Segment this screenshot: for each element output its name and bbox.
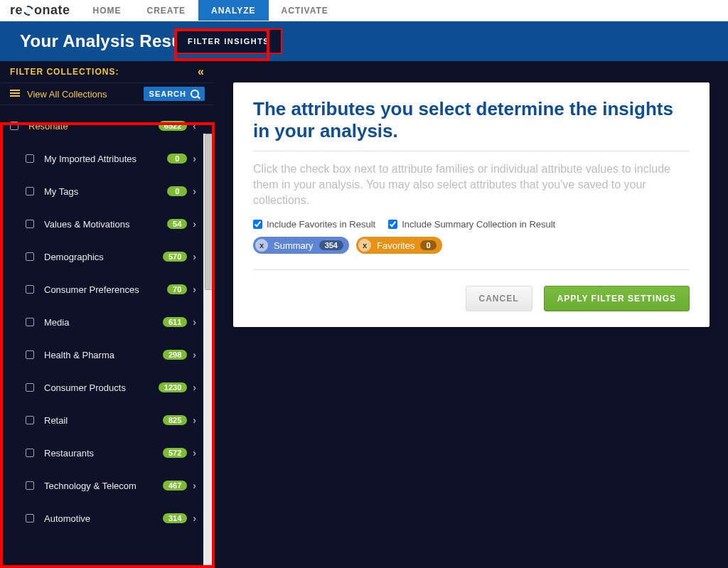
tree-node[interactable]: My Imported Attributes 0 › — [0, 142, 203, 175]
tree-node[interactable]: My Tags 0 › — [0, 175, 203, 208]
checkbox[interactable] — [26, 350, 34, 359]
divider — [253, 269, 690, 270]
tree-node-label: Media — [44, 317, 163, 328]
checkbox[interactable] — [26, 449, 34, 457]
count-badge: 825 — [163, 415, 187, 425]
filter-panel-card: The attributes you select determine the … — [233, 82, 710, 327]
tree-node[interactable]: Retail 825 › — [0, 404, 203, 436]
chevron-right-icon: › — [193, 218, 196, 230]
chip-count: 0 — [420, 240, 436, 250]
include-summary-input[interactable] — [388, 220, 397, 229]
tree-node-label: Automotive — [44, 513, 163, 524]
tree-root-label: Resonate — [28, 121, 159, 132]
cancel-button[interactable]: CANCEL — [466, 286, 532, 311]
checkbox[interactable] — [10, 122, 18, 130]
collapse-sidebar-icon[interactable]: « — [198, 65, 205, 78]
chevron-right-icon: › — [193, 447, 196, 459]
panel-actions: CANCEL APPLY FILTER SETTINGS — [253, 286, 690, 311]
chevron-right-icon: › — [193, 186, 196, 197]
list-icon — [10, 90, 20, 98]
tree-node[interactable]: Technology & Telecom 467 › — [0, 469, 203, 502]
tree-node-label: Technology & Telecom — [44, 481, 163, 491]
checkbox[interactable] — [26, 220, 34, 228]
tree-node-label: Values & Motivations — [44, 219, 167, 230]
tree-root-resonate[interactable]: Resonate 6522 ‹ — [0, 109, 203, 142]
tree-node[interactable]: Values & Motivations 54 › — [0, 208, 203, 240]
tree-node[interactable]: Consumer Products 1230 › — [0, 371, 203, 404]
checkbox[interactable] — [26, 318, 34, 326]
search-button[interactable]: SEARCH — [144, 87, 205, 101]
brand-pre: re — [10, 3, 23, 18]
include-favorites-input[interactable] — [253, 220, 262, 229]
brand-post: onate — [34, 3, 70, 18]
checkbox[interactable] — [26, 154, 34, 163]
checkbox[interactable] — [26, 514, 34, 523]
tree-node-label: My Imported Attributes — [44, 154, 167, 164]
tree-node-label: Consumer Products — [44, 382, 159, 393]
checkbox[interactable] — [26, 416, 34, 424]
sidebar-header: FILTER COLLECTIONS: « — [0, 61, 215, 82]
chip-remove-icon[interactable]: x — [358, 239, 371, 252]
collections-tree: Resonate 6522 ‹ My Imported Attributes 0… — [0, 105, 215, 568]
nav-activate[interactable]: ACTIVATE — [269, 0, 341, 21]
nav-create[interactable]: CREATE — [134, 0, 198, 21]
tree-node-label: Health & Pharma — [44, 350, 163, 360]
count-badge: 1230 — [159, 382, 187, 392]
tree-node-label: Consumer Preferences — [44, 284, 167, 295]
include-summary-checkbox[interactable]: Include Summary Collection in Result — [388, 219, 555, 230]
count-badge: 6522 — [159, 121, 187, 131]
chip-name: Summary — [274, 240, 314, 251]
tree-node[interactable]: Automotive 314 › — [0, 502, 203, 535]
count-badge: 611 — [163, 317, 187, 327]
chevron-right-icon: › — [193, 382, 196, 393]
main-area: The attributes you select determine the … — [215, 61, 728, 568]
nav-analyze[interactable]: ANALYZE — [198, 0, 269, 21]
chip-favorites[interactable]: x Favorites 0 — [356, 237, 442, 254]
chevron-right-icon: › — [193, 480, 196, 491]
collections-scroll[interactable]: Resonate 6522 ‹ My Imported Attributes 0… — [0, 105, 203, 568]
chip-name: Favorites — [377, 240, 414, 251]
chevron-right-icon: › — [193, 316, 196, 328]
panel-description: Click the check box next to attribute fa… — [253, 161, 690, 208]
search-button-label: SEARCH — [149, 90, 186, 98]
tree-node-label: My Tags — [44, 186, 167, 197]
filter-insights-button[interactable]: FILTER INSIGHTS — [175, 28, 282, 54]
tree-node[interactable]: Demographics 570 › — [0, 240, 203, 273]
count-badge: 570 — [163, 252, 187, 262]
panel-heading: The attributes you select determine the … — [253, 98, 690, 151]
view-all-row[interactable]: View All Collections SEARCH — [0, 82, 215, 105]
chevron-right-icon: › — [193, 153, 196, 164]
chevron-right-icon: › — [193, 251, 196, 262]
sidebar: FILTER COLLECTIONS: « View All Collectio… — [0, 61, 215, 568]
include-favorites-checkbox[interactable]: Include Favorites in Result — [253, 219, 375, 230]
selected-chips: x Summary 354 x Favorites 0 — [253, 237, 690, 254]
nav-home[interactable]: HOME — [80, 0, 134, 21]
tree-node[interactable]: Consumer Preferences 70 › — [0, 273, 203, 306]
chevron-right-icon: › — [193, 513, 196, 524]
body: FILTER COLLECTIONS: « View All Collectio… — [0, 61, 728, 568]
checkbox[interactable] — [26, 252, 34, 261]
tree-node-label: Retail — [44, 415, 163, 426]
tree-node[interactable]: Health & Pharma 298 › — [0, 338, 203, 371]
page-header: Your Analysis Results FILTER INSIGHTS — [0, 21, 728, 61]
tree-node[interactable]: Restaurants 572 › — [0, 436, 203, 469]
count-badge: 298 — [163, 350, 187, 360]
checkbox[interactable] — [26, 187, 34, 195]
view-all-label: View All Collections — [27, 89, 144, 100]
include-options: Include Favorites in Result Include Summ… — [253, 219, 690, 230]
checkbox[interactable] — [26, 481, 34, 490]
chip-summary[interactable]: x Summary 354 — [253, 237, 349, 254]
checkbox[interactable] — [26, 285, 34, 294]
apply-filter-button[interactable]: APPLY FILTER SETTINGS — [544, 286, 690, 311]
chevron-right-icon: › — [193, 414, 196, 426]
count-badge: 314 — [163, 513, 187, 523]
count-badge: 467 — [163, 481, 187, 491]
chip-remove-icon[interactable]: x — [255, 239, 268, 252]
tree-node[interactable]: Media 611 › — [0, 306, 203, 338]
scrollbar-thumb[interactable] — [205, 134, 213, 290]
scrollbar[interactable] — [203, 134, 215, 568]
checkbox[interactable] — [26, 383, 34, 392]
brand-swirl-icon — [22, 4, 36, 17]
count-badge: 572 — [163, 448, 187, 458]
chevron-left-icon: ‹ — [193, 120, 196, 132]
